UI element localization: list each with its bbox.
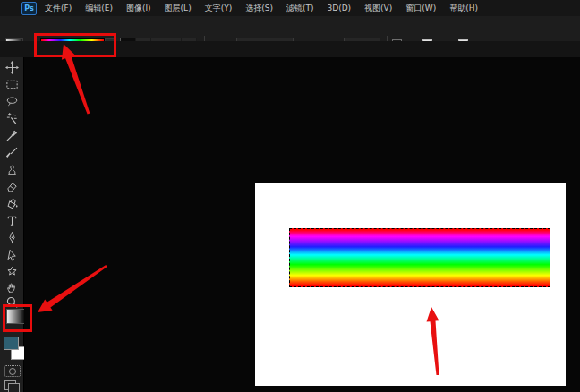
menu-item[interactable]: 文字(Y) [205,3,233,14]
move-tool[interactable] [3,59,21,75]
custom-shape-tool[interactable] [3,263,21,279]
paint-bucket-tool[interactable] [3,195,21,211]
menu-items: 文件(F)编辑(E)图像(I)图层(L)文字(Y)选择(S)滤镜(T)3D(D)… [45,0,478,16]
menu-item[interactable]: 文件(F) [45,3,72,14]
photoshop-logo: Ps [21,2,37,15]
type-icon [5,214,19,227]
annotation-highlight-box-gradient-tool [3,304,32,332]
menu-item[interactable]: 视图(V) [364,3,392,14]
selection-arrow-icon [5,248,19,261]
quick-mask-circle [9,368,16,375]
lasso-icon [5,95,19,108]
move-icon [5,61,19,74]
menu-item[interactable]: 选择(S) [245,3,273,14]
type-tool[interactable] [3,212,21,228]
canvas-document[interactable] [255,183,566,386]
canvas-workspace[interactable] [24,57,580,392]
annotation-highlight-box-gradient-preview [34,33,116,57]
clone-stamp-tool[interactable] [3,161,21,177]
pen-icon [5,231,19,244]
tool-options-bar: 模式: 正常 不透明度: 100% 反向 ✓ 仿色 ✓ 透明区域 [0,16,580,42]
eyedropper-icon [5,129,19,142]
marquee-icon [5,78,19,91]
eraser-tool[interactable] [3,178,21,194]
rect-marquee-tool[interactable] [3,76,21,92]
foreground-color-swatch[interactable] [4,337,19,350]
menu-item[interactable]: 图层(L) [165,3,192,14]
menu-item[interactable]: 滤镜(T) [286,3,314,14]
menu-item[interactable]: 3D(D) [327,4,351,13]
menu-item[interactable]: 窗口(W) [405,3,436,14]
hand-icon [5,281,19,294]
brush-tool[interactable] [3,144,21,160]
path-select-tool[interactable] [3,246,21,262]
clone-stamp-icon [5,163,19,176]
magic-wand-tool[interactable] [3,110,21,126]
screen-mode-icon-back [8,383,20,392]
pen-tool[interactable] [3,229,21,245]
eyedropper-tool[interactable] [3,127,21,143]
star-icon [5,265,19,278]
gradient-fill-selection [289,228,550,287]
lasso-tool[interactable] [3,93,21,109]
menu-item[interactable]: 图像(I) [126,3,151,14]
quick-mask-icon[interactable] [4,365,21,377]
paint-bucket-icon [5,197,19,210]
menu-item[interactable]: 帮助(H) [449,3,478,14]
menu-bar: Ps 文件(F)编辑(E)图像(I)图层(L)文字(Y)选择(S)滤镜(T)3D… [0,0,580,17]
magic-wand-icon [5,112,19,125]
brush-icon [5,146,19,159]
menu-item[interactable]: 编辑(E) [85,3,113,14]
photoshop-window: Ps 文件(F)编辑(E)图像(I)图层(L)文字(Y)选择(S)滤镜(T)3D… [0,0,580,392]
eraser-icon [5,180,19,193]
